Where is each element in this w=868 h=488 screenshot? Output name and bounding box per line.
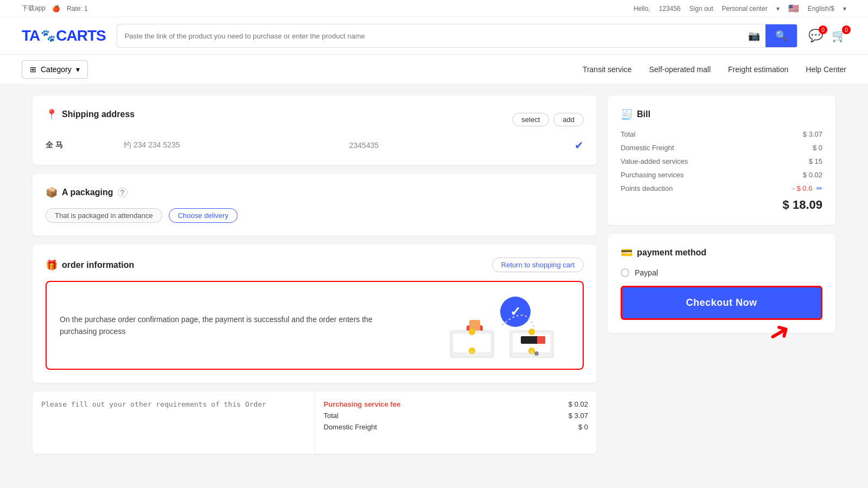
right-column: 🧾 Bill Total $ 3.07 Domestic Freight $ 0… bbox=[608, 95, 835, 454]
flag-icon: 🇺🇸 bbox=[788, 3, 799, 14]
svg-point-6 bbox=[469, 329, 475, 335]
bill-value-added-value: $ 15 bbox=[809, 157, 822, 165]
payment-title-text: payment method bbox=[637, 248, 706, 258]
chevron-down-icon: ▾ bbox=[76, 65, 80, 74]
bill-value-added-label: Value-added services bbox=[621, 157, 688, 165]
language-selector[interactable]: English/$ bbox=[808, 5, 834, 12]
checkout-now-button[interactable]: Checkout Now bbox=[621, 286, 822, 320]
address-row: 全 马 约 234 234 5235 2345435 ✔ bbox=[46, 139, 584, 152]
svg-point-9 bbox=[528, 329, 535, 335]
checkout-wrap: Checkout Now ➜ bbox=[621, 286, 822, 320]
freight-estimation-link[interactable]: Freight estimation bbox=[728, 65, 788, 74]
address-check-icon: ✔ bbox=[575, 139, 584, 152]
logo[interactable]: TA 🐾 CARTS bbox=[22, 27, 106, 44]
select-address-button[interactable]: select bbox=[512, 113, 549, 126]
signout-link[interactable]: Sign out bbox=[690, 5, 713, 12]
payment-icon: 💳 bbox=[621, 247, 633, 259]
search-input[interactable] bbox=[117, 27, 743, 46]
summary-domestic-label: Domestic Freight bbox=[324, 423, 377, 431]
bill-final-amount: $ 18.09 bbox=[621, 198, 822, 212]
personal-center-link[interactable]: Personal center bbox=[722, 5, 768, 12]
packaging-card: 📦 A packaging ? That is packaged in atte… bbox=[33, 174, 597, 236]
bill-total-label: Total bbox=[621, 130, 635, 138]
order-summary-right: Purchasing service fee $ 0.02 Total $ 3.… bbox=[315, 391, 597, 454]
order-info-box-wrap: On the purchase order confirmation page,… bbox=[46, 281, 584, 370]
top-bar-left: 下载app 🍎 Rate: 1 bbox=[22, 4, 88, 13]
summary-total-row: Total $ 3.07 bbox=[324, 412, 589, 420]
bill-deduction-label: Points deduction bbox=[621, 184, 673, 192]
order-notes-textarea[interactable] bbox=[41, 400, 306, 444]
shipping-header: 📍 Shipping address select add bbox=[46, 108, 584, 130]
order-header: 🎁 order information Return to shopping c… bbox=[46, 258, 584, 272]
shipping-title: 📍 Shipping address bbox=[46, 108, 135, 120]
bottom-section: Purchasing service fee $ 0.02 Total $ 3.… bbox=[33, 391, 597, 454]
cart-badge: 0 bbox=[842, 25, 851, 34]
bill-domestic-freight-value: $ 0 bbox=[813, 144, 822, 152]
shipping-title-text: Shipping address bbox=[62, 110, 135, 119]
order-notes bbox=[33, 391, 315, 454]
order-info-text: On the purchase order confirmation page,… bbox=[60, 313, 407, 338]
search-bar: 📷 🔍 bbox=[117, 24, 797, 48]
bill-total-row: Total $ 3.07 bbox=[621, 130, 822, 138]
location-icon: 📍 bbox=[46, 108, 58, 120]
svg-text:$: $ bbox=[471, 350, 473, 354]
shipping-address-card: 📍 Shipping address select add 全 马 约 234 … bbox=[33, 95, 597, 165]
help-icon: ? bbox=[118, 188, 127, 197]
order-info-illustration: ✓ bbox=[418, 293, 570, 358]
header: TA 🐾 CARTS 📷 🔍 💬 0 🛒 0 bbox=[0, 17, 868, 55]
summary-domestic-value: $ 0 bbox=[578, 423, 588, 431]
shipping-actions: select add bbox=[512, 113, 584, 126]
self-operated-mall-link[interactable]: Self-operated mall bbox=[649, 65, 711, 74]
help-center-link[interactable]: Help Center bbox=[806, 65, 846, 74]
packaging-title-text: A packaging bbox=[62, 188, 113, 197]
packaging-options: That is packaged in attendance Choose de… bbox=[46, 208, 584, 223]
chat-icon-wrap[interactable]: 💬 0 bbox=[808, 29, 823, 43]
greeting-text: Hello, bbox=[634, 5, 650, 12]
main-content: 📍 Shipping address select add 全 马 约 234 … bbox=[11, 85, 857, 465]
edit-deduction-icon[interactable]: ✏ bbox=[816, 184, 822, 192]
package-icon: 📦 bbox=[46, 187, 58, 198]
address-phone: 约 234 234 5235 bbox=[124, 140, 336, 150]
paypal-radio[interactable] bbox=[621, 268, 629, 277]
box-icon: 🎁 bbox=[46, 259, 58, 271]
payment-title: 💳 payment method bbox=[621, 247, 822, 259]
bill-domestic-freight-label: Domestic Freight bbox=[621, 144, 674, 152]
choose-delivery-button[interactable]: Choose delivery bbox=[169, 208, 238, 223]
svg-point-16 bbox=[534, 351, 539, 356]
search-button[interactable]: 🔍 bbox=[765, 24, 797, 47]
category-button[interactable]: ⊞ Category ▾ bbox=[22, 60, 88, 79]
order-info-box: On the purchase order confirmation page,… bbox=[46, 281, 584, 370]
camera-button[interactable]: 📷 bbox=[743, 30, 765, 42]
address-name: 全 马 bbox=[46, 140, 111, 150]
bill-purchasing-value: $ 0.02 bbox=[803, 171, 822, 179]
cart-icon-wrap[interactable]: 🛒 0 bbox=[832, 29, 846, 43]
paypal-label: Paypal bbox=[635, 268, 658, 277]
top-bar-right: Hello, 123456 Sign out Personal center ▾… bbox=[634, 3, 846, 14]
top-bar: 下载app 🍎 Rate: 1 Hello, 123456 Sign out P… bbox=[0, 0, 868, 17]
bill-value-added-row: Value-added services $ 15 bbox=[621, 157, 822, 165]
logo-text: TA bbox=[22, 27, 40, 44]
nav-bar: ⊞ Category ▾ Transit service Self-operat… bbox=[0, 55, 868, 85]
summary-purchasing-fee-row: Purchasing service fee $ 0.02 bbox=[324, 400, 589, 408]
address-zip: 2345435 bbox=[349, 141, 562, 150]
bill-card: 🧾 Bill Total $ 3.07 Domestic Freight $ 0… bbox=[608, 95, 835, 225]
add-address-button[interactable]: add bbox=[553, 113, 584, 126]
summary-purchasing-fee-value: $ 0.02 bbox=[569, 400, 588, 408]
rate-label: Rate: 1 bbox=[67, 5, 88, 12]
language-chevron-icon: ▾ bbox=[843, 5, 846, 12]
left-column: 📍 Shipping address select add 全 马 约 234 … bbox=[33, 95, 597, 454]
bill-purchasing-row: Purchasing services $ 0.02 bbox=[621, 171, 822, 179]
bill-purchasing-label: Purchasing services bbox=[621, 171, 684, 179]
return-to-cart-button[interactable]: Return to shopping cart bbox=[492, 258, 584, 272]
payment-option-paypal[interactable]: Paypal bbox=[621, 268, 822, 277]
packaging-title: 📦 A packaging ? bbox=[46, 187, 584, 198]
transit-service-link[interactable]: Transit service bbox=[583, 65, 632, 74]
category-label: Category bbox=[41, 65, 72, 74]
order-info-title-text: order information bbox=[62, 260, 134, 270]
logo-text-carts: CARTS bbox=[56, 27, 105, 44]
svg-text:$: $ bbox=[531, 350, 533, 354]
download-app-link[interactable]: 下载app bbox=[22, 4, 46, 13]
apple-icon: 🍎 bbox=[52, 5, 60, 12]
bill-title: 🧾 Bill bbox=[621, 108, 822, 120]
bill-deduction-row: Points deduction - $ 0.6 ✏ bbox=[621, 184, 822, 192]
